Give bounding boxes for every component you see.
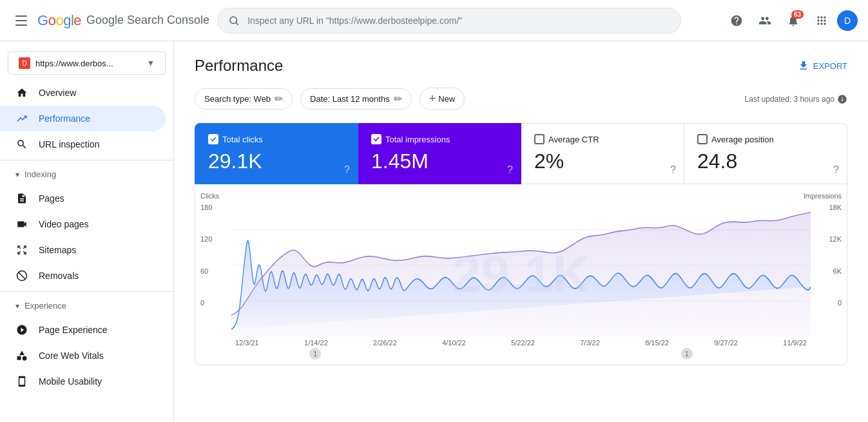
sidebar-item-mobile-usability[interactable]: Mobile Usability (0, 369, 166, 394)
metric-label-ctr: Average CTR (548, 135, 599, 144)
notifications-button[interactable]: 63 (780, 8, 806, 34)
nav-section-experience[interactable]: ▾ Experience (0, 294, 173, 317)
y-right-0: 0 (829, 299, 842, 307)
sidebar-item-url-inspection[interactable]: URL inspection (0, 131, 166, 157)
metric-label-impressions: Total impressions (385, 135, 450, 144)
sidebar-label-mobile-usability: Mobile Usability (39, 376, 102, 387)
header-logo: Google Google Search Console (10, 10, 209, 31)
url-search-icon (15, 138, 28, 151)
sidebar: D https://www.derbos... ▼ Overview Perfo… (0, 41, 174, 422)
x-label-4: 5/22/22 (511, 339, 535, 347)
x-label-3: 4/10/22 (442, 339, 466, 347)
nav-section-indexing[interactable]: ▾ Indexing (0, 163, 173, 186)
help-icon-impressions[interactable]: ? (507, 164, 513, 176)
main-layout: D https://www.derbos... ▼ Overview Perfo… (0, 41, 868, 422)
help-button[interactable] (724, 8, 749, 34)
metric-value-impressions: 1.45M (371, 149, 508, 173)
header-actions: 63 D (724, 8, 858, 34)
metric-value-position: 24.8 (697, 149, 834, 173)
date-filter[interactable]: Date: Last 12 months ✏ (300, 88, 412, 110)
sidebar-item-video-pages[interactable]: Video pages (0, 211, 166, 237)
sidebar-label-pages: Pages (39, 193, 64, 204)
export-button[interactable]: EXPORT (798, 60, 847, 72)
timeline-dot-1: 1 (309, 348, 321, 360)
divider-1 (0, 160, 173, 160)
main-content: Performance EXPORT Search type: Web ✏ Da… (174, 41, 868, 422)
section-label-experience: Experience (24, 301, 66, 311)
svg-point-0 (230, 17, 237, 24)
svg-line-3 (19, 273, 26, 280)
edit-search-type-icon: ✏ (275, 93, 283, 105)
new-filter-button[interactable]: + New (420, 88, 465, 110)
metric-card-total-clicks[interactable]: Total clicks 29.1K ? (195, 123, 358, 184)
sitemaps-icon (15, 244, 28, 256)
page-experience-icon (15, 323, 28, 336)
metric-label-position: Average position (711, 135, 774, 144)
info-icon (837, 94, 847, 104)
export-label: EXPORT (813, 61, 847, 71)
help-icon-position[interactable]: ? (833, 164, 839, 176)
site-url: https://www.derbos... (35, 59, 142, 68)
chevron-down-icon-2: ▾ (15, 302, 19, 311)
site-dropdown-arrow: ▼ (147, 59, 155, 68)
section-label-indexing: Indexing (24, 169, 56, 179)
x-label-8: 11/9/22 (783, 339, 807, 347)
site-favicon: D (19, 57, 30, 69)
y-right-18k: 18K (829, 204, 842, 211)
apps-button[interactable] (809, 8, 834, 34)
sidebar-item-page-experience[interactable]: Page Experience (0, 317, 166, 343)
metric-card-avg-ctr[interactable]: Average CTR 2% ? (521, 123, 684, 184)
x-label-2: 2/26/22 (373, 339, 397, 347)
x-label-5: 7/3/22 (580, 339, 600, 347)
site-selector[interactable]: D https://www.derbos... ▼ (8, 52, 166, 75)
chart-container: 29.1K Clicks 180 120 60 0 Impressions 18… (195, 184, 847, 365)
svg-line-1 (236, 23, 238, 24)
sidebar-item-removals[interactable]: Removals (0, 263, 166, 289)
metric-label-clicks: Total clicks (222, 135, 263, 144)
chevron-down-icon: ▾ (15, 170, 19, 179)
help-icon-clicks[interactable]: ? (344, 164, 350, 176)
app-name: Google Search Console (86, 14, 209, 27)
page-title: Performance (195, 57, 283, 75)
metric-value-clicks: 29.1K (208, 149, 345, 173)
sidebar-label-sitemaps: Sitemaps (39, 245, 76, 255)
divider-2 (0, 291, 173, 292)
metric-card-total-impressions[interactable]: Total impressions 1.45M ? (358, 123, 521, 184)
y-left-180: 180 (200, 204, 212, 211)
sidebar-item-performance[interactable]: Performance (0, 106, 166, 131)
menu-button[interactable] (10, 10, 32, 31)
y-axis-right-label: Impressions (804, 192, 842, 200)
plus-icon: + (429, 92, 436, 106)
sidebar-label-removals: Removals (39, 271, 79, 281)
help-icon-ctr[interactable]: ? (670, 164, 676, 176)
metric-header-impressions: Total impressions (371, 134, 508, 144)
performance-icon (15, 112, 28, 125)
sidebar-item-overview[interactable]: Overview (0, 80, 166, 106)
video-icon (15, 218, 28, 231)
settings-button[interactable] (752, 8, 778, 34)
metric-header-clicks: Total clicks (208, 134, 345, 144)
search-icon (228, 15, 240, 26)
checkbox-clicks (208, 134, 218, 144)
sidebar-label-url-inspection: URL inspection (39, 139, 99, 149)
filters-row: Search type: Web ✏ Date: Last 12 months … (195, 88, 847, 110)
sidebar-label-page-experience: Page Experience (39, 325, 108, 335)
x-label-0: 12/3/21 (235, 339, 259, 347)
svg-rect-5 (17, 356, 21, 360)
search-type-label: Search type: Web (204, 94, 271, 104)
x-label-1: 1/14/22 (304, 339, 328, 347)
mobile-icon (15, 375, 28, 388)
y-left-120: 120 (200, 235, 212, 243)
metric-card-avg-position[interactable]: Average position 24.8 ? (684, 123, 847, 184)
metric-value-ctr: 2% (534, 149, 671, 173)
google-logo: Google (37, 12, 81, 29)
search-input[interactable] (247, 15, 670, 26)
user-avatar[interactable]: D (837, 10, 858, 31)
y-right-6k: 6K (829, 267, 842, 275)
search-bar[interactable] (217, 8, 681, 34)
search-type-filter[interactable]: Search type: Web ✏ (195, 88, 293, 110)
last-updated: Last updated: 3 hours ago (745, 94, 847, 104)
sidebar-item-core-web-vitals[interactable]: Core Web Vitals (0, 343, 166, 369)
sidebar-item-sitemaps[interactable]: Sitemaps (0, 237, 166, 263)
sidebar-item-pages[interactable]: Pages (0, 186, 166, 211)
